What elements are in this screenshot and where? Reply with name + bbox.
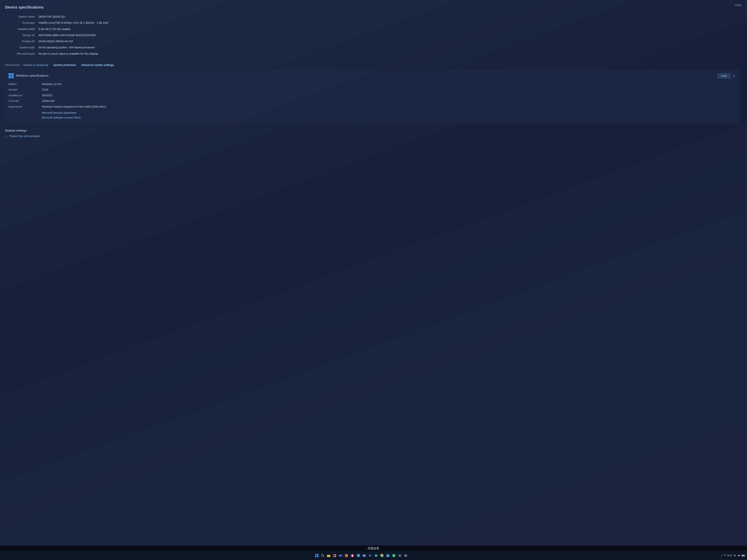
taskbar-center: G [2,553,721,558]
search-taskbar-button[interactable] [320,553,325,558]
folder-icon [327,554,331,557]
spec-value: DESKTOP-Q02PLSU [38,14,740,20]
spec-value-product-id: 00330-80201-99534-AA718 [38,38,740,44]
svg-point-39 [735,557,735,557]
table-row: Installed on 3/3/2022 [8,92,735,98]
search-icon [321,554,325,557]
win-spec-header: Windows specifications Copy ∧ [8,73,735,78]
edge-button[interactable] [356,553,361,558]
win-spec-header-right: Copy ∧ [717,73,735,78]
ms-services-link[interactable]: Microsoft Services Agreement [42,111,735,115]
related-settings: Related settings △ Product key and activ… [5,127,740,138]
battery-icon [742,554,745,557]
spec-value: Intel(R) Core(TM) i5-8265U CPU @ 1.60GHz… [38,20,740,26]
table-row: Microsoft Services Agreement Microsoft S… [8,109,735,121]
start-button[interactable] [314,553,319,558]
asus-logo: /ISUS [368,546,379,551]
device-specs-table: Device name DESKTOP-Q02PLSU Processor In… [5,14,740,57]
win-spec-label: Version [8,87,42,92]
svg-rect-42 [745,555,745,556]
windows-specs-title: Windows specifications [16,74,49,78]
spec-value-installed-ram: 8.00 GB (7.85 GB usable) [38,26,740,32]
svg-rect-7 [335,556,336,557]
spec-label: Processor [5,20,38,26]
taskbar: G ∧ [0,551,747,560]
spec-label-product-id: Product ID [5,38,38,44]
asus-bar: /ISUS [0,545,747,551]
language-indicator[interactable]: ENG [727,554,732,557]
vivaldi-button[interactable] [350,553,355,558]
svg-point-15 [357,554,360,557]
spec-value-device-id: 4837E496-08BD-44FA-B1DB-9D4C2232C05A [38,32,740,38]
maps-button[interactable] [374,553,379,558]
svg-text:G: G [393,555,395,557]
win-spec-value: 3/3/2022 [42,92,735,98]
table-row: Product ID 00330-80201-99534-AA718 [5,38,740,44]
advanced-system-settings-link[interactable]: Advanced system settings [81,63,114,66]
win-spec-label: Experience [8,104,42,109]
misc-button[interactable] [368,553,372,558]
svg-point-0 [321,554,323,556]
messaging-button[interactable] [362,553,367,558]
win-spec-header-left: Windows specifications [8,73,49,78]
settings-button[interactable] [403,553,408,558]
store-button[interactable] [332,553,337,558]
system-protection-link[interactable]: System protection [53,63,76,66]
table-row: Device ID 4837E496-08BD-44FA-B1DB-9D4C22… [5,32,740,38]
messaging-icon [362,554,366,557]
refresh-icon [723,554,726,557]
table-row: System type 64-bit operating system, x64… [5,44,740,50]
domain-workgroup-link[interactable]: Domain or workgroup [23,63,48,66]
svg-point-37 [405,555,406,556]
firefox-button[interactable] [344,553,349,558]
windows-specs-table: Edition Windows 11 Pro Version 21H2 Inst… [8,81,735,121]
svg-point-18 [363,555,364,556]
svg-point-22 [369,555,371,556]
product-key-activation-link[interactable]: △ Product key and activation [5,134,740,138]
svg-line-1 [323,556,324,557]
svg-marker-17 [364,557,365,557]
table-row: OS build 22000.493 [8,98,735,104]
start-icon [315,554,318,557]
ms-license-link[interactable]: Microsoft Software License Terms [42,116,735,120]
win-spec-label: Edition [8,81,42,87]
win-spec-label: OS build [8,98,42,104]
win-logo-sq2 [11,73,14,76]
photos-icon [386,554,390,557]
svg-marker-9 [341,555,342,557]
systray-overflow-button[interactable]: ∧ [721,555,722,557]
windows-specs-copy-button[interactable]: Copy [717,73,730,78]
photos-button[interactable] [386,553,390,558]
svg-rect-4 [333,554,334,555]
device-specs-title: Device specifications [5,5,740,9]
windows-specs-section: Windows specifications Copy ∧ Edition Wi… [5,70,740,124]
vivaldi-icon [351,554,354,557]
svg-marker-40 [738,555,739,557]
app3-button[interactable] [397,553,402,558]
table-row: Device name DESKTOP-Q02PLSU [5,14,740,20]
win-logo-sq4 [11,76,14,78]
spec-label-system-type: System type [5,44,38,50]
explorer-button[interactable] [326,553,331,558]
svg-point-20 [364,555,365,556]
app2-icon: G [392,554,396,557]
win-logo-sq3 [8,76,11,78]
svg-point-36 [400,555,400,556]
collapse-icon[interactable]: ∧ [733,74,735,78]
table-row: Edition Windows 11 Pro [8,81,735,87]
table-row: Processor Intel(R) Core(TM) i5-8265U CPU… [5,20,740,26]
app2-button[interactable]: G [391,553,396,558]
gear-icon [404,554,408,557]
svg-point-12 [346,555,347,556]
table-row: Version 21H2 [8,87,735,92]
chrome-button[interactable] [380,553,384,558]
teams-button[interactable] [338,553,343,558]
svg-rect-29 [386,554,389,557]
svg-rect-8 [339,555,341,557]
table-row: Pen and touch No pen or touch input is a… [5,51,740,57]
spec-label-installed-ram: Installed RAM [5,26,38,32]
svg-rect-5 [335,554,336,555]
windows-logo-icon [8,73,14,78]
device-specs-copy-button[interactable]: Copy [735,3,742,6]
firefox-icon [344,554,348,557]
